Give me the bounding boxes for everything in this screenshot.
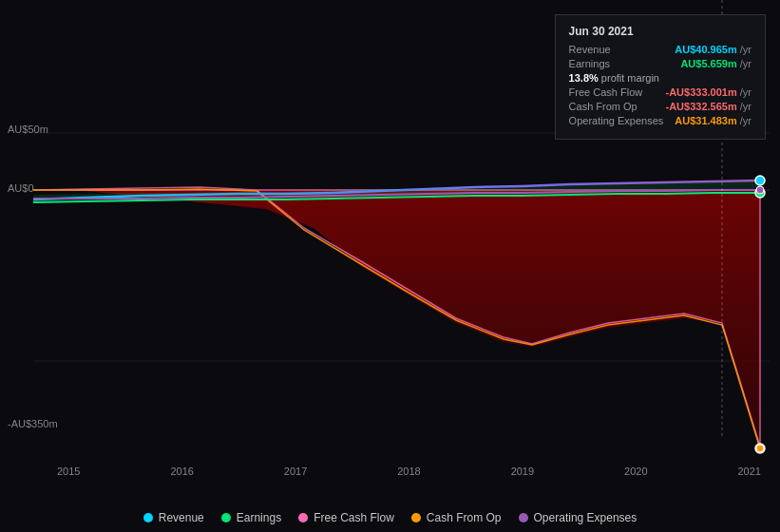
legend-earnings[interactable]: Earnings — [221, 511, 281, 524]
tooltip-fcf-label: Free Cash Flow — [569, 86, 643, 98]
legend-earnings-dot — [221, 513, 231, 522]
y-axis-bottom: -AU$350m — [8, 418, 58, 429]
y-axis-mid: AU$0 — [8, 182, 34, 194]
x-label-2021: 2021 — [737, 466, 760, 477]
legend-cashop[interactable]: Cash From Op — [411, 511, 502, 524]
x-label-2019: 2019 — [511, 466, 534, 477]
tooltip-date: Jun 30 2021 — [569, 25, 751, 38]
tooltip-earnings-row: Earnings AU$5.659m /yr — [569, 58, 751, 69]
x-label-2015: 2015 — [57, 466, 80, 477]
legend-opex-label: Operating Expenses — [534, 511, 637, 524]
legend-revenue-label: Revenue — [159, 511, 204, 524]
x-label-2016: 2016 — [170, 466, 193, 477]
legend-fcf-dot — [298, 513, 308, 522]
tooltip-opex-row: Operating Expenses AU$31.483m /yr — [569, 115, 751, 126]
legend-cashop-dot — [411, 513, 421, 522]
y-axis-top: AU$50m — [8, 124, 48, 135]
tooltip-revenue-value: AU$40.965m /yr — [675, 44, 751, 55]
tooltip-opex-value: AU$31.483m /yr — [675, 115, 751, 126]
legend-opex-dot — [519, 513, 528, 522]
tooltip-revenue-label: Revenue — [569, 44, 611, 55]
x-label-2018: 2018 — [397, 466, 420, 477]
legend-opex[interactable]: Operating Expenses — [519, 511, 637, 524]
legend-earnings-label: Earnings — [237, 511, 281, 524]
tooltip-earnings-label: Earnings — [569, 58, 610, 69]
tooltip-earnings-value: AU$5.659m /yr — [680, 58, 751, 69]
data-tooltip: Jun 30 2021 Revenue AU$40.965m /yr Earni… — [555, 14, 766, 140]
x-label-2020: 2020 — [624, 466, 647, 477]
svg-point-4 — [755, 176, 765, 185]
tooltip-cashop-value: -AU$332.565m /yr — [665, 101, 751, 112]
svg-point-8 — [756, 186, 764, 194]
legend-revenue[interactable]: Revenue — [143, 511, 204, 524]
tooltip-fcf-row: Free Cash Flow -AU$333.001m /yr — [569, 86, 751, 98]
legend-revenue-dot — [143, 513, 153, 522]
legend-cashop-label: Cash From Op — [427, 511, 502, 524]
tooltip-fcf-value: -AU$333.001m /yr — [665, 86, 751, 98]
tooltip-margin: 13.8% profit margin — [569, 72, 751, 84]
svg-point-7 — [756, 445, 764, 452]
tooltip-opex-label: Operating Expenses — [569, 115, 664, 126]
legend-fcf[interactable]: Free Cash Flow — [298, 511, 394, 524]
x-label-2017: 2017 — [284, 466, 307, 477]
chart-legend: Revenue Earnings Free Cash Flow Cash Fro… — [0, 511, 780, 524]
legend-fcf-label: Free Cash Flow — [314, 511, 394, 524]
tooltip-cashop-label: Cash From Op — [569, 101, 637, 112]
tooltip-cashop-row: Cash From Op -AU$332.565m /yr — [569, 101, 751, 112]
tooltip-revenue-row: Revenue AU$40.965m /yr — [569, 44, 751, 55]
